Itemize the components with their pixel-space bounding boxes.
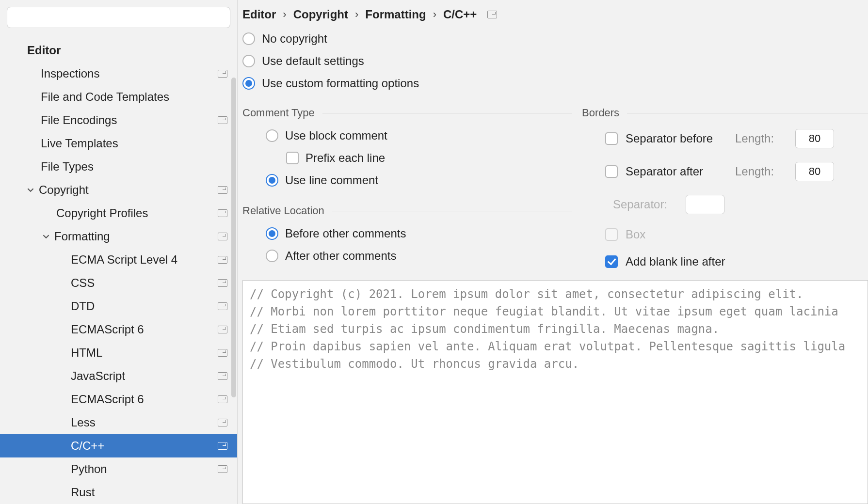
radio-line-comment[interactable]: Use line comment bbox=[266, 173, 572, 187]
tree-item[interactable]: Python bbox=[0, 457, 237, 481]
check-separator-after[interactable] bbox=[605, 165, 618, 178]
tree-item[interactable]: C/C++ bbox=[0, 434, 237, 457]
radio-icon bbox=[242, 32, 255, 45]
tree-label: HTML bbox=[71, 346, 102, 360]
tree-item[interactable]: Copyright Profiles bbox=[0, 202, 237, 225]
tree-item[interactable]: ECMAScript 6 bbox=[0, 388, 237, 411]
length-label: Length: bbox=[735, 165, 788, 178]
length-after-input[interactable] bbox=[795, 162, 834, 181]
scope-badge-icon bbox=[218, 442, 227, 450]
radio-label: After other comments bbox=[285, 249, 396, 263]
check-separator-before[interactable] bbox=[605, 132, 618, 145]
tree-label: Editor bbox=[27, 44, 61, 57]
scope-badge-icon bbox=[218, 465, 227, 473]
tree-item[interactable]: DTD bbox=[0, 295, 237, 318]
tree-item[interactable]: File Encodings bbox=[0, 109, 237, 132]
tree-label: C/C++ bbox=[71, 439, 104, 453]
breadcrumb-item[interactable]: C/C++ bbox=[443, 8, 477, 21]
left-column: Comment Type Use block comment Prefix ea… bbox=[242, 107, 572, 268]
scope-badge-icon bbox=[218, 419, 227, 426]
breadcrumb-item[interactable]: Editor bbox=[242, 8, 276, 21]
tree-label: JavaScript bbox=[71, 369, 125, 383]
tree-item[interactable]: ECMAScript 6 bbox=[0, 318, 237, 341]
group-borders: Borders bbox=[582, 107, 868, 119]
settings-tree: Editor InspectionsFile and Code Template… bbox=[0, 33, 237, 504]
tree-item[interactable]: HTML bbox=[0, 341, 237, 364]
separator-label: Separator: bbox=[605, 198, 678, 211]
check-box[interactable] bbox=[605, 228, 618, 241]
breadcrumb-sep-icon: › bbox=[433, 8, 436, 21]
radio-label: Before other comments bbox=[285, 227, 406, 240]
tree-item[interactable]: Copyright bbox=[0, 178, 237, 202]
radio-label: Use default settings bbox=[262, 54, 364, 68]
tree-item[interactable]: ECMA Script Level 4 bbox=[0, 248, 237, 271]
scope-badge-icon bbox=[218, 116, 227, 124]
divider bbox=[332, 211, 572, 211]
tree-label: ECMAScript 6 bbox=[71, 323, 144, 336]
search-input[interactable] bbox=[7, 7, 230, 28]
scope-badge-icon bbox=[218, 326, 227, 333]
divider bbox=[322, 113, 572, 113]
tree-label: Formatting bbox=[54, 230, 110, 243]
radio-icon bbox=[266, 129, 278, 142]
tree-item[interactable]: File and Code Templates bbox=[0, 85, 237, 109]
tree-item[interactable]: Less bbox=[0, 411, 237, 434]
tree-label: ECMA Script Level 4 bbox=[71, 253, 177, 267]
breadcrumb-sep-icon: › bbox=[355, 8, 358, 21]
tree-item[interactable]: Formatting bbox=[0, 225, 237, 248]
tree-label: DTD bbox=[71, 299, 95, 313]
tree-item[interactable]: JavaScript bbox=[0, 364, 237, 388]
right-column: Borders Separator before Length: Separat… bbox=[582, 107, 868, 268]
scope-badge-icon[interactable] bbox=[487, 11, 497, 18]
length-label: Length: bbox=[735, 132, 788, 145]
checkbox-label: Add blank line after bbox=[626, 255, 725, 268]
tree-item[interactable]: CSS bbox=[0, 271, 237, 295]
scope-badge-icon bbox=[218, 372, 227, 380]
options-columns: Comment Type Use block comment Prefix ea… bbox=[238, 90, 868, 268]
tree-item[interactable]: Inspections bbox=[0, 62, 237, 85]
group-title-label: Comment Type bbox=[242, 107, 315, 119]
separator-char-input[interactable] bbox=[686, 195, 724, 214]
tree-label: File Types bbox=[41, 160, 94, 173]
tree-item[interactable]: File Types bbox=[0, 155, 237, 178]
scope-badge-icon bbox=[218, 233, 227, 240]
breadcrumb-item[interactable]: Copyright bbox=[293, 8, 348, 21]
radio-icon bbox=[266, 227, 278, 240]
checkbox-icon bbox=[286, 152, 299, 164]
mode-radio-group: No copyright Use default settings Use cu… bbox=[238, 32, 868, 90]
tree-label: Python bbox=[71, 462, 107, 476]
scope-badge-icon bbox=[218, 349, 227, 357]
radio-label: Use line comment bbox=[285, 173, 378, 187]
radio-after-other-comments[interactable]: After other comments bbox=[266, 249, 572, 263]
radio-icon bbox=[242, 77, 255, 90]
check-blank-line-after[interactable] bbox=[605, 255, 618, 268]
radio-icon bbox=[266, 250, 278, 262]
sidebar-scrollbar[interactable] bbox=[231, 78, 236, 397]
radio-use-custom[interactable]: Use custom formatting options bbox=[242, 77, 868, 90]
tree-label: File Encodings bbox=[41, 113, 117, 127]
radio-label: No copyright bbox=[262, 32, 327, 46]
radio-use-default[interactable]: Use default settings bbox=[242, 54, 868, 68]
checkbox-label: Box bbox=[626, 228, 645, 241]
breadcrumb-sep-icon: › bbox=[283, 8, 286, 21]
chevron-down-icon bbox=[26, 186, 35, 194]
radio-label: Use custom formatting options bbox=[262, 77, 419, 90]
tree-section-editor[interactable]: Editor bbox=[0, 39, 237, 62]
settings-sidebar: Editor InspectionsFile and Code Template… bbox=[0, 0, 238, 504]
breadcrumb-item[interactable]: Formatting bbox=[365, 8, 426, 21]
scope-badge-icon bbox=[218, 279, 227, 287]
checkbox-label: Separator after bbox=[626, 165, 727, 178]
radio-before-other-comments[interactable]: Before other comments bbox=[266, 227, 572, 240]
radio-no-copyright[interactable]: No copyright bbox=[242, 32, 868, 46]
tree-item[interactable]: Rust bbox=[0, 481, 237, 504]
radio-block-comment[interactable]: Use block comment bbox=[266, 129, 572, 142]
radio-icon bbox=[266, 174, 278, 187]
tree-label: Rust bbox=[71, 486, 95, 499]
radio-label: Use block comment bbox=[285, 129, 387, 142]
scope-badge-icon bbox=[218, 70, 227, 78]
tree-item[interactable]: Live Templates bbox=[0, 132, 237, 155]
checkbox-label: Prefix each line bbox=[305, 151, 385, 165]
app-root: Editor InspectionsFile and Code Template… bbox=[0, 0, 868, 504]
check-prefix-each-line[interactable]: Prefix each line bbox=[266, 151, 572, 165]
length-before-input[interactable] bbox=[795, 129, 834, 148]
